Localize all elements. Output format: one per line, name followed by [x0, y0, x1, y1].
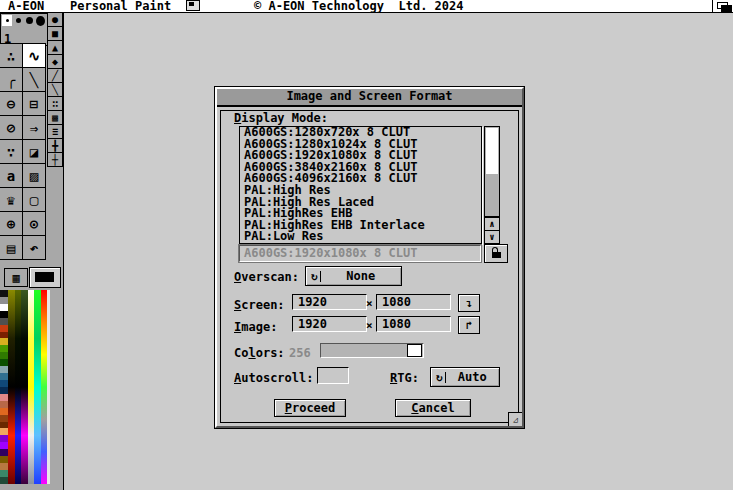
- brush-size-dots[interactable]: [2, 15, 45, 26]
- palette-cell[interactable]: [0, 401, 8, 408]
- palette-cell[interactable]: [0, 352, 8, 359]
- image-label: Image:: [234, 320, 277, 334]
- dense-pattern-icon[interactable]: ▩: [47, 110, 63, 125]
- display-mode-option[interactable]: PAL:Low Res: [240, 231, 481, 243]
- proceed-button[interactable]: Proceed: [274, 399, 346, 417]
- screen-label: Screen:: [234, 298, 285, 312]
- palette-cell[interactable]: [0, 428, 8, 435]
- palette-cell[interactable]: [0, 345, 8, 352]
- resize-gadget-icon[interactable]: ◿: [508, 412, 522, 426]
- square-brush-icon[interactable]: ■: [47, 26, 63, 41]
- current-color: [35, 272, 54, 282]
- brush-size-selector[interactable]: 1: [0, 13, 48, 46]
- diagonal-brush-icon[interactable]: ╱: [47, 68, 63, 83]
- palette-cell[interactable]: [0, 422, 8, 429]
- palette-cell[interactable]: [0, 290, 8, 297]
- gradient-tool[interactable]: ▨: [22, 163, 46, 188]
- magnify-tool[interactable]: ⊙: [22, 211, 46, 236]
- palette-cell[interactable]: [0, 304, 8, 311]
- round-brush-icon[interactable]: ●: [47, 12, 63, 27]
- copy-screen-to-image-icon[interactable]: ↴: [458, 294, 480, 312]
- brush-size-dot[interactable]: [36, 15, 45, 26]
- brush-dot-icon: [26, 17, 33, 24]
- menubar[interactable]: A-EON Personal Paint © A-EON Technology …: [0, 0, 733, 13]
- diamond-brush-icon[interactable]: ◆: [47, 54, 63, 69]
- window-mode-icon: [186, 0, 200, 11]
- palette-cell[interactable]: [0, 408, 8, 415]
- airbrush-tool[interactable]: ∵: [0, 139, 23, 164]
- triangle-brush-icon[interactable]: ▲: [47, 40, 63, 55]
- palette-cell[interactable]: [0, 297, 8, 304]
- bold-cross-brush-icon[interactable]: ╋: [47, 138, 63, 153]
- dialog-titlebar[interactable]: Image and Screen Format: [217, 89, 522, 107]
- current-color-swatch[interactable]: [29, 267, 61, 288]
- palette-cell[interactable]: [0, 311, 8, 318]
- times-symbol: ×: [366, 319, 373, 332]
- ellipse-tool[interactable]: ⊖: [0, 91, 23, 116]
- text-tool[interactable]: a: [0, 163, 23, 188]
- cancel-button[interactable]: Cancel: [395, 399, 471, 417]
- palette-cell[interactable]: [0, 477, 8, 484]
- polygon-tool[interactable]: ⇒: [22, 115, 46, 140]
- brush-size-dot[interactable]: [14, 15, 23, 26]
- overscan-cycle-button[interactable]: ↻ None: [305, 266, 402, 286]
- line-tool[interactable]: ╲: [22, 67, 46, 92]
- brush-dot-icon: [6, 19, 9, 22]
- brush-size-dot[interactable]: [25, 15, 34, 26]
- brush-dot-icon: [16, 18, 21, 23]
- lines-pattern-icon[interactable]: ≡: [47, 124, 63, 139]
- times-symbol: ×: [366, 297, 373, 310]
- magnify-plus-tool[interactable]: ⊕: [0, 211, 23, 236]
- scrollbar-thumb[interactable]: [486, 128, 498, 174]
- palette-cell[interactable]: [0, 449, 8, 456]
- palette-cell[interactable]: [0, 463, 8, 470]
- curve-tool[interactable]: ╭: [0, 67, 23, 92]
- copy-image-to-screen-icon[interactable]: ↱: [458, 316, 480, 334]
- lock-button[interactable]: [484, 244, 508, 263]
- select-brush-tool[interactable]: ▢: [22, 187, 46, 212]
- palette-cell[interactable]: [0, 366, 8, 373]
- image-height-field[interactable]: 1080: [376, 316, 451, 332]
- scroll-down-icon[interactable]: ∨: [484, 230, 500, 244]
- palette-cell[interactable]: [0, 470, 8, 477]
- scrollbar-track[interactable]: [484, 126, 500, 217]
- screen-width-field[interactable]: 1920: [292, 294, 367, 310]
- screen-depth-gadget-icon[interactable]: [712, 0, 733, 12]
- rtg-cycle-button[interactable]: ↻ Auto: [430, 367, 500, 387]
- palette-cell[interactable]: [0, 380, 8, 387]
- palette-cell[interactable]: [0, 442, 8, 449]
- palette-cell[interactable]: [0, 373, 8, 380]
- sparse-pattern-icon[interactable]: ∷: [47, 96, 63, 111]
- palette-cell[interactable]: [0, 359, 8, 366]
- palette-cell[interactable]: [0, 332, 8, 339]
- oval-tool[interactable]: ⊘: [0, 115, 23, 140]
- image-width-field[interactable]: 1920: [292, 316, 367, 332]
- palette-cell[interactable]: [0, 394, 8, 401]
- trash-tool[interactable]: ▤: [0, 235, 23, 260]
- fill-tool[interactable]: ◪: [22, 139, 46, 164]
- tool-grid: ∴∿╭╲⊖⊟⊘⇒∵◪a▨♛▢⊕⊙▤↶: [0, 44, 46, 260]
- display-mode-list[interactable]: A600GS:1280x720x 8 CLUTA600GS:1280x1024x…: [239, 126, 482, 244]
- brush-size-dot[interactable]: [2, 15, 12, 26]
- palette-cell[interactable]: [0, 387, 8, 394]
- display-mode-scrollbar[interactable]: ∧ ∨: [484, 126, 500, 242]
- thin-cross-brush-icon[interactable]: ┼: [47, 152, 63, 167]
- screen-height-field[interactable]: 1080: [376, 294, 451, 310]
- palette-cell[interactable]: [0, 456, 8, 463]
- freehand-tool[interactable]: ∿: [22, 43, 46, 68]
- grid-icon[interactable]: ▦: [4, 268, 28, 287]
- undo-tool[interactable]: ↶: [22, 235, 46, 260]
- colors-slider-knob[interactable]: [407, 344, 422, 357]
- brush-tool[interactable]: ♛: [0, 187, 23, 212]
- palette-cell[interactable]: [0, 325, 8, 332]
- palette-cell[interactable]: [0, 415, 8, 422]
- thin-diagonal-brush-icon[interactable]: ╲: [47, 82, 63, 97]
- scroll-up-icon[interactable]: ∧: [484, 217, 500, 231]
- palette-cell[interactable]: [0, 338, 8, 345]
- dotted-freehand-tool[interactable]: ∴: [0, 43, 23, 68]
- rectangle-tool[interactable]: ⊟: [22, 91, 46, 116]
- colors-slider[interactable]: [320, 343, 424, 358]
- autoscroll-checkbox[interactable]: [317, 367, 349, 384]
- palette-cell[interactable]: [0, 435, 8, 442]
- palette-cell[interactable]: [0, 318, 8, 325]
